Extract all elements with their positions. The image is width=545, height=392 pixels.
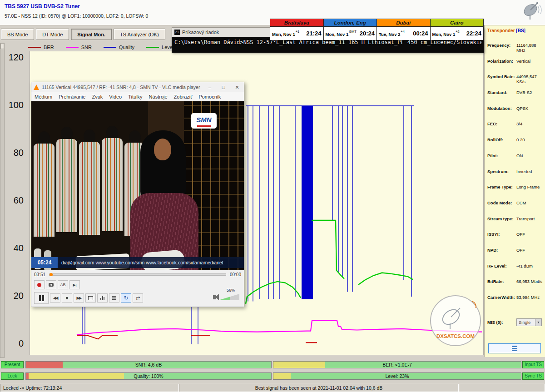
snapshot-button[interactable]: [46, 280, 56, 289]
console-title: Príkazový riadok: [182, 30, 219, 35]
field-value: -41 dBm: [516, 263, 543, 268]
satellite-dish-icon: [521, 0, 542, 22]
scrollbar-thumb[interactable]: [0, 43, 4, 49]
presenter-face: [154, 139, 171, 160]
quality-line-swatch: [104, 47, 116, 48]
equalizer-button[interactable]: [97, 293, 108, 303]
clock-time-row: Mon, Nov 1GMT 20:24: [324, 27, 377, 40]
legend-label: Quality: [119, 45, 134, 50]
tbs-tuner-app: TBS 5927 USB DVB-S2 Tuner 57.0E - NSS 12…: [0, 0, 545, 392]
pause-button[interactable]: [34, 292, 49, 304]
clock-date: Mon, Nov 1: [326, 32, 349, 37]
tab-ts-analyzer[interactable]: TS Analyzer (OK): [114, 29, 165, 40]
field-label: Frame Type:: [487, 184, 516, 189]
field-value: 53,994 MHz: [516, 295, 543, 300]
clock-time-row: Tue, Nov 2+4 00:24: [377, 27, 430, 40]
legend-snr: SNR: [66, 45, 92, 50]
field-label: ISSYI:: [487, 232, 516, 237]
panel-title-text: Transponder: [487, 28, 515, 33]
clock-date: Mon, Nov 1: [272, 32, 295, 37]
frame-by-frame-button[interactable]: ▶|: [69, 280, 80, 289]
vlc-menu-item[interactable]: Pomocník: [195, 94, 224, 99]
input-ts-indicator[interactable]: Input TS: [522, 361, 544, 368]
ber-line-swatch: [28, 47, 41, 48]
transponder-field-row: Spectrum: Inverted: [487, 169, 543, 185]
vlc-seek-row: 03:51 00:00: [31, 270, 244, 278]
record-icon: [37, 283, 41, 287]
vlc-menu-item[interactable]: Zvuk: [89, 94, 106, 99]
transponder-field-row: BitRate: 66,953 Mbit/s: [487, 279, 543, 295]
snr-line-swatch: [66, 47, 79, 48]
field-label: NPD:: [487, 248, 516, 253]
mis-dropdown[interactable]: Single ▼: [516, 318, 542, 326]
panel-action-button[interactable]: [488, 343, 541, 353]
total-time: 00:00: [230, 272, 241, 277]
clock-city: London, Eng: [324, 19, 377, 27]
vlc-menu-item[interactable]: Nástroje: [146, 94, 171, 99]
present-indicator[interactable]: Present: [1, 361, 24, 368]
statusbar-spacer: [459, 384, 545, 392]
tab-bs-mode[interactable]: BS Mode: [1, 29, 34, 40]
record-button[interactable]: [34, 280, 45, 289]
field-value: ON: [516, 153, 543, 158]
field-value: 3/4: [516, 121, 543, 126]
previous-button[interactable]: ◀◀: [50, 293, 60, 303]
field-label: Standard:: [487, 90, 516, 95]
transponder-field-row: RF Level: -41 dBm: [487, 263, 543, 279]
playlist-button[interactable]: [109, 293, 119, 303]
mode-tabs: BS Mode DT Mode Signal Mon. TS Analyzer …: [1, 29, 165, 40]
y-axis-tick: 120: [1, 52, 24, 63]
clock-city: Dubai: [377, 19, 430, 27]
tab-dt-mode[interactable]: DT Mode: [36, 29, 69, 40]
vlc-menu-item[interactable]: Prehrávanie: [55, 94, 89, 99]
volume-slider[interactable]: [218, 294, 239, 300]
field-label: Spectrum:: [487, 169, 516, 174]
clock-time: 22:24: [466, 30, 481, 37]
chart-y-axis: 020406080100120: [0, 51, 26, 355]
vlc-menubar: MédiumPrehrávanieZvukVideoTitulkyNástroj…: [31, 92, 244, 101]
vlc-menu-item[interactable]: Médium: [31, 94, 55, 99]
close-button[interactable]: ✕: [230, 84, 244, 90]
field-label: RF Level:: [487, 263, 516, 268]
watermark-text: DXSATCS.COM: [431, 333, 480, 339]
maximize-button[interactable]: □: [217, 84, 230, 90]
speaker-icon[interactable]: [213, 295, 216, 299]
minimize-button[interactable]: –: [203, 84, 217, 90]
ab-loop-button[interactable]: AB: [58, 280, 68, 289]
shuffle-button[interactable]: ⇄: [133, 293, 143, 303]
field-value: Transport: [516, 216, 543, 221]
seek-slider[interactable]: [49, 273, 226, 276]
world-clock: London, Eng Mon, Nov 1GMT 20:24: [324, 19, 377, 40]
volume-cluster: 56%: [213, 294, 239, 300]
next-button[interactable]: ▶▶: [74, 293, 84, 303]
field-value: 0.20: [516, 137, 543, 142]
transponder-field-row: ISSYI: OFF: [487, 232, 543, 248]
best-signal-status: Best signal has been seen at 2021-11-01 …: [179, 384, 459, 392]
field-label: RollOff:: [487, 137, 516, 142]
clock-city: Cairo: [431, 19, 484, 27]
lock-indicator[interactable]: Lock: [1, 372, 24, 380]
field-value: CCM: [516, 200, 543, 205]
sync-ts-indicator[interactable]: Sync TS: [522, 372, 544, 380]
stop-button[interactable]: ■: [62, 293, 72, 303]
vlc-menu-item[interactable]: Zobraziť: [171, 94, 196, 99]
smn-channel-logo: SMN: [191, 113, 217, 129]
tab-signal-mon[interactable]: Signal Mon.: [71, 29, 112, 40]
vlc-titlebar[interactable]: 11165 Vertical 44995,547 / RF: -41 SNR: …: [31, 82, 244, 92]
vlc-menu-item[interactable]: Video: [106, 94, 125, 99]
clock-time-row: Mon, Nov 1+2 22:24: [431, 27, 484, 40]
vlc-video-area[interactable]: SMN 05:24 dia@gmail.com www.youtube.com/…: [31, 101, 244, 270]
clock-time: 21:24: [306, 30, 321, 37]
field-value: 66,953 Mbit/s: [516, 279, 543, 284]
transponder-panel: Transponder [BS] Frequency: 11164,888 MH…: [484, 25, 545, 357]
field-label: Symbol Rate:: [487, 74, 516, 79]
loop-button[interactable]: ↻: [121, 293, 131, 303]
fullscreen-button[interactable]: [85, 293, 96, 303]
vlc-menu-item[interactable]: Titulky: [125, 94, 145, 99]
console-icon: C:\: [174, 30, 180, 35]
app-title: TBS 5927 USB DVB-S2 Tuner: [5, 3, 80, 10]
camera-icon: [49, 283, 54, 287]
seek-handle[interactable]: [50, 273, 53, 276]
transponder-field-row: Pilot: ON: [487, 153, 543, 169]
stream-list-icon: [512, 346, 517, 351]
